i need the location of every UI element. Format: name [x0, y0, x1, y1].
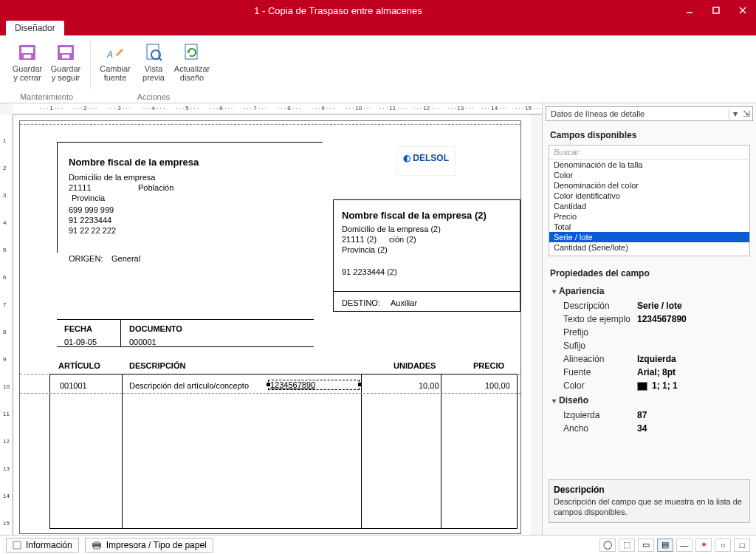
chevron-down-icon: ▾ [549, 397, 559, 405]
group-maintenance-label: Mantenimiento [20, 92, 73, 103]
tool-icon-1[interactable]: ◯ [599, 538, 616, 552]
tool-icon-7[interactable]: ○ [715, 538, 731, 552]
ruler-vertical: for(let i=1;i<=15;i++)document.write('<s… [0, 114, 13, 543]
pin-panel-icon[interactable]: ⇲ [740, 109, 752, 119]
preview-button[interactable]: Vista previa [135, 38, 172, 84]
refresh-design-button[interactable]: Actualizar diseño [173, 38, 210, 84]
design-canvas[interactable]: Nombre fiscal de la empresa Domicilio de… [13, 114, 531, 543]
combo-dropdown-icon[interactable]: ▾ [729, 109, 740, 119]
company-phone3[interactable]: 91 22 22 222 [69, 226, 116, 235]
titlebar: 1 - Copia de Traspaso entre almacenes [0, 0, 756, 21]
row-description[interactable]: Descripción del artículo/concepto [129, 381, 249, 390]
change-font-button[interactable]: A Cambiar fuente [97, 38, 134, 84]
origin-value[interactable]: General [111, 254, 140, 263]
doc-label[interactable]: DOCUMENTO [129, 324, 182, 333]
company-city[interactable]: Población [138, 183, 173, 192]
save-continue-button[interactable]: Guardar y seguir [47, 38, 84, 84]
chevron-down-icon: ▾ [549, 287, 559, 295]
company-phone1[interactable]: 699 999 999 [69, 205, 114, 214]
save-continue-icon [54, 41, 78, 64]
tool-icon-2[interactable]: ⬚ [619, 538, 635, 552]
svg-rect-5 [21, 47, 33, 53]
logo-placeholder[interactable]: ◐ DELSOL [396, 146, 456, 176]
company-province[interactable]: Provincia [72, 194, 105, 202]
field-item[interactable]: Color [549, 170, 749, 180]
printer-button[interactable]: Impresora / Tipo de papel [85, 538, 213, 553]
properties-grid[interactable]: ▾Apariencia DescripciónSerie / lote Text… [549, 283, 750, 468]
col-units[interactable]: UNIDADES [394, 361, 436, 370]
company2-province[interactable]: Provincia (2) [342, 245, 388, 254]
svg-rect-1 [713, 7, 719, 13]
field-item[interactable]: Cantidad (Serie/lote) [549, 242, 749, 253]
company2-addr[interactable]: Domicilio de la empresa (2) [342, 225, 441, 233]
fecha-label[interactable]: FECHA [64, 324, 92, 333]
origin-label[interactable]: ORIGEN: [69, 254, 103, 263]
design-canvas-area: for(let i=1;i<=15;i++)document.write('<s… [0, 103, 542, 554]
group-design[interactable]: ▾Diseño [549, 392, 750, 408]
col-description[interactable]: DESCRIPCIÓN [129, 361, 185, 370]
col-price[interactable]: PRECIO [473, 361, 504, 370]
doc-value[interactable]: 000001 [129, 338, 157, 346]
field-item[interactable]: Total [549, 222, 749, 232]
font-icon: A [103, 41, 127, 64]
company-phone2[interactable]: 91 2233444 [69, 216, 111, 225]
dest-value[interactable]: Auxiliar [391, 298, 417, 307]
close-button[interactable] [729, 0, 756, 21]
field-list[interactable]: Denominación de la tallaColorDenominació… [549, 160, 749, 256]
window-title: 1 - Copia de Traspaso entre almacenes [0, 5, 676, 16]
col-article[interactable]: ARTÍCULO [58, 361, 100, 370]
tabstrip: Diseñador [0, 21, 756, 35]
svg-rect-15 [13, 541, 21, 549]
search-fields-input[interactable]: Buscar [549, 146, 749, 160]
field-item[interactable]: Precio [549, 211, 749, 222]
svg-line-13 [159, 58, 162, 61]
field-item[interactable]: Serie / lote [549, 232, 749, 242]
svg-rect-17 [94, 541, 100, 544]
svg-rect-8 [60, 47, 72, 53]
field-item[interactable]: Denominación del color [549, 180, 749, 191]
company-zip[interactable]: 21111 [69, 183, 92, 192]
statusbar: Información Impresora / Tipo de papel ◯ … [0, 535, 756, 554]
ruler-horizontal: for(let i=1;i<=15;i++)document.write('<s… [13, 103, 542, 114]
tool-icon-8[interactable]: □ [734, 538, 750, 552]
svg-text:A: A [106, 49, 113, 60]
field-item[interactable]: Color identificativo [549, 191, 749, 201]
group-appearance[interactable]: ▾Apariencia [549, 283, 750, 299]
maximize-button[interactable] [703, 0, 729, 21]
tool-icon-4[interactable]: ▤ [657, 538, 673, 552]
side-panel: Datos de líneas de detalle ▾ ⇲ Campos di… [542, 103, 756, 554]
row-units[interactable]: 10,00 [419, 381, 439, 390]
save-close-button[interactable]: Guardar y cerrar [9, 38, 46, 84]
svg-rect-9 [62, 55, 69, 58]
color-swatch [637, 382, 647, 391]
report-page[interactable]: Nombre fiscal de la empresa Domicilio de… [19, 120, 521, 534]
company2-phone[interactable]: 91 2233444 (2) [342, 267, 397, 276]
available-fields-title: Campos disponibles [543, 124, 756, 145]
company2-name[interactable]: Nombre fiscal de la empresa (2) [342, 210, 487, 221]
property-help: Descripción Descripción del campo que se… [549, 479, 750, 523]
row-price[interactable]: 100,00 [485, 381, 510, 390]
field-properties-title: Propiedades del campo [543, 262, 756, 283]
tool-icon-5[interactable]: — [676, 538, 693, 552]
data-source-combo[interactable]: Datos de líneas de detalle [546, 108, 729, 120]
group-actions-label: Acciones [137, 92, 171, 103]
company-name[interactable]: Nombre fiscal de la empresa [69, 157, 199, 168]
tab-designer[interactable]: Diseñador [6, 21, 64, 35]
minimize-button[interactable] [676, 0, 703, 21]
row-serie-selected[interactable]: 1234567890 [268, 380, 360, 390]
tool-icon-3[interactable]: ▭ [638, 538, 654, 552]
company2-zip[interactable]: 21111 (2) [342, 235, 377, 244]
field-item[interactable]: Denominación de la talla [549, 160, 749, 170]
tool-icon-6[interactable]: ✶ [695, 538, 712, 552]
svg-rect-6 [24, 55, 31, 58]
svg-rect-18 [94, 547, 100, 549]
info-button[interactable]: Información [6, 538, 79, 553]
company-addr[interactable]: Domicilio de la empresa [69, 173, 155, 182]
row-article[interactable]: 001001 [60, 381, 87, 390]
dest-label[interactable]: DESTINO: [342, 298, 380, 307]
refresh-icon [180, 41, 204, 64]
field-item[interactable]: Cantidad [549, 201, 749, 211]
save-close-icon [16, 41, 39, 64]
company2-city[interactable]: ción (2) [389, 235, 416, 244]
fecha-value[interactable]: 01-09-05 [64, 338, 97, 346]
